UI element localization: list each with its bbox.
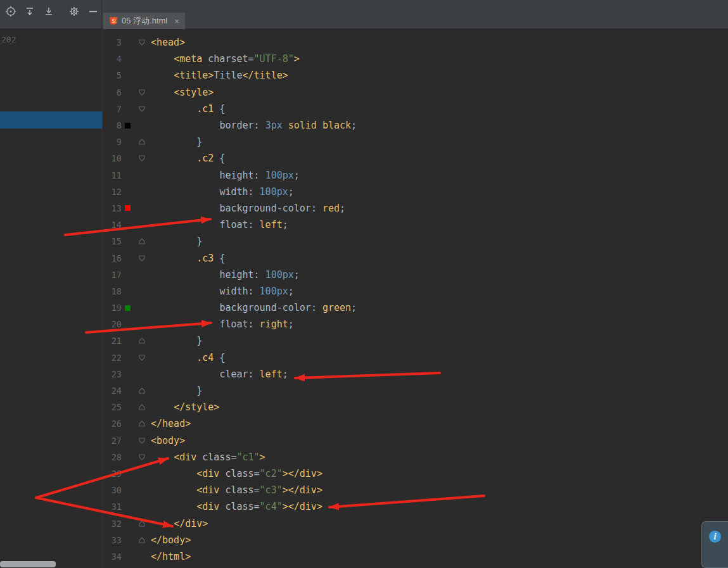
code-line[interactable]: 22 .c4 { bbox=[103, 350, 728, 366]
code-line[interactable]: 24 } bbox=[103, 382, 728, 399]
code-line[interactable]: 3<head> bbox=[103, 34, 728, 51]
code-token: { bbox=[214, 253, 225, 264]
code-token: border bbox=[219, 120, 253, 131]
tab-close-icon[interactable]: × bbox=[174, 17, 179, 25]
code-fold-up-icon[interactable] bbox=[133, 536, 151, 544]
code-line[interactable]: 4 <meta charset="UTF-8"> bbox=[103, 51, 728, 67]
code-fold-down-icon[interactable] bbox=[133, 453, 151, 461]
code-token: ; bbox=[351, 120, 357, 131]
code-fold-down-icon[interactable] bbox=[133, 155, 151, 162]
code-token bbox=[151, 484, 196, 496]
code-line[interactable]: 6 <style> bbox=[103, 84, 728, 101]
code-token: ; bbox=[294, 269, 300, 281]
code-fold-up-icon[interactable] bbox=[133, 387, 151, 394]
code-token bbox=[151, 401, 174, 413]
code-line[interactable]: 16 .c3 { bbox=[103, 249, 728, 266]
code-fold-up-icon[interactable] bbox=[133, 138, 151, 146]
code-fold-up-icon[interactable] bbox=[133, 420, 151, 427]
code-token bbox=[151, 186, 219, 198]
code-token: </div> bbox=[174, 518, 208, 529]
code-token: > bbox=[294, 53, 300, 65]
code-token: width bbox=[219, 186, 248, 198]
code-line[interactable]: 18 width: 100px; bbox=[103, 283, 728, 300]
locate-icon[interactable] bbox=[1, 3, 20, 20]
code-line[interactable]: 28 <div class="c1"> bbox=[103, 449, 728, 465]
collapse-all-icon[interactable] bbox=[39, 3, 58, 20]
line-number: 30 bbox=[103, 485, 122, 495]
code-line[interactable]: 19 background-color: green; bbox=[103, 300, 728, 316]
code-line[interactable]: 5 <title>Title</title> bbox=[103, 67, 728, 84]
tab-05-float-html[interactable]: 5 05 浮动.html × bbox=[103, 13, 185, 29]
settings-gear-icon[interactable] bbox=[65, 3, 84, 20]
line-number: 6 bbox=[103, 87, 122, 98]
code-line[interactable]: 14 float: left; bbox=[103, 217, 728, 233]
color-preview-swatch[interactable] bbox=[125, 123, 131, 129]
line-number: 3 bbox=[103, 37, 122, 47]
code-token: 100px bbox=[260, 286, 288, 297]
code-line[interactable]: 23 clear: left; bbox=[103, 366, 728, 382]
line-number: 19 bbox=[103, 303, 122, 313]
code-token: height bbox=[219, 269, 253, 281]
code-line[interactable]: 27<body> bbox=[103, 432, 728, 449]
code-fold-down-icon[interactable] bbox=[133, 105, 151, 113]
code-fold-down-icon[interactable] bbox=[133, 354, 151, 362]
code-token: red bbox=[322, 203, 340, 214]
code-fold-up-icon[interactable] bbox=[133, 337, 151, 344]
line-number: 32 bbox=[103, 519, 122, 529]
code-fold-up-icon[interactable] bbox=[133, 403, 151, 411]
code-token: } bbox=[151, 335, 202, 346]
color-preview-swatch[interactable] bbox=[125, 205, 131, 211]
code-fold-up-icon[interactable] bbox=[133, 520, 151, 527]
info-icon[interactable]: i bbox=[709, 531, 721, 543]
code-line[interactable]: 7 .c1 { bbox=[103, 101, 728, 117]
notification-popup[interactable]: i bbox=[701, 521, 728, 568]
code-line[interactable]: 11 height: 100px; bbox=[103, 167, 728, 184]
line-number: 26 bbox=[103, 419, 122, 429]
code-token: </head> bbox=[151, 418, 191, 429]
selection-highlight-bar[interactable] bbox=[0, 111, 102, 129]
hide-panel-icon[interactable] bbox=[84, 3, 103, 20]
code-token: 100px bbox=[265, 269, 294, 281]
code-token: height bbox=[219, 170, 253, 181]
code-line[interactable]: 8 border: 3px solid black; bbox=[103, 117, 728, 134]
code-token: <div bbox=[196, 468, 225, 479]
color-preview-swatch[interactable] bbox=[125, 305, 131, 311]
code-token bbox=[151, 70, 174, 81]
code-text: <body> bbox=[151, 435, 185, 446]
code-token: 3px bbox=[265, 120, 283, 131]
horizontal-scrollbar-thumb[interactable] bbox=[0, 561, 56, 567]
code-fold-down-icon[interactable] bbox=[133, 39, 151, 46]
code-line[interactable]: 9 } bbox=[103, 134, 728, 150]
code-token: background-color bbox=[219, 203, 311, 214]
code-fold-down-icon[interactable] bbox=[133, 89, 151, 96]
code-fold-up-icon[interactable] bbox=[133, 237, 151, 245]
code-line[interactable]: 25 </style> bbox=[103, 399, 728, 415]
code-line[interactable]: 33</body> bbox=[103, 532, 728, 548]
code-line[interactable]: 34</html> bbox=[103, 548, 728, 565]
code-line[interactable]: 29 <div class="c2"></div> bbox=[103, 465, 728, 482]
code-fold-down-icon[interactable] bbox=[133, 255, 151, 262]
code-line[interactable]: 10 .c2 { bbox=[103, 150, 728, 167]
line-number: 29 bbox=[103, 469, 122, 479]
code-line[interactable]: 15 } bbox=[103, 233, 728, 249]
expand-all-icon[interactable] bbox=[20, 3, 39, 20]
code-token: .c1 bbox=[196, 103, 214, 115]
line-number: 31 bbox=[103, 502, 122, 512]
code-token: ; bbox=[340, 203, 345, 214]
code-line[interactable]: 32 </div> bbox=[103, 515, 728, 531]
code-line[interactable]: 26</head> bbox=[103, 415, 728, 432]
toolbar-icons bbox=[1, 3, 103, 20]
code-text: </div> bbox=[151, 518, 208, 529]
code-fold-down-icon[interactable] bbox=[133, 437, 151, 445]
code-token: left bbox=[260, 369, 283, 380]
code-editor[interactable]: 3<head>4 <meta charset="UTF-8">5 <title>… bbox=[102, 29, 728, 568]
code-line[interactable]: 13 background-color: red; bbox=[103, 200, 728, 217]
code-line[interactable]: 30 <div class="c3"></div> bbox=[103, 482, 728, 498]
code-line[interactable]: 17 height: 100px; bbox=[103, 267, 728, 283]
code-line[interactable]: 21 } bbox=[103, 332, 728, 349]
code-line[interactable]: 12 width: 100px; bbox=[103, 184, 728, 200]
code-line[interactable]: 31 <div class="c4"></div> bbox=[103, 498, 728, 515]
code-token: class bbox=[202, 451, 231, 463]
code-text: .c4 { bbox=[151, 352, 225, 363]
code-line[interactable]: 20 float: right; bbox=[103, 316, 728, 332]
